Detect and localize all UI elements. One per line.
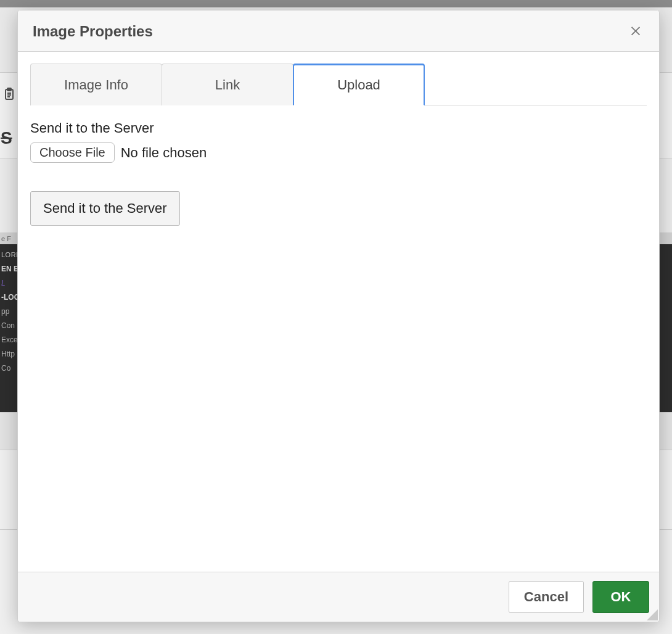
file-status-text: No file chosen bbox=[121, 145, 207, 161]
file-input-row: Choose File No file chosen bbox=[30, 142, 647, 163]
resize-grip-icon[interactable] bbox=[647, 609, 658, 620]
tab-bar: Image Info Link Upload bbox=[30, 63, 647, 105]
tab-label: Link bbox=[215, 77, 240, 93]
close-icon bbox=[629, 23, 642, 39]
tab-upload[interactable]: Upload bbox=[293, 64, 425, 105]
dialog-header: Image Properties bbox=[18, 10, 659, 52]
tab-label: Image Info bbox=[64, 77, 128, 93]
tab-label: Upload bbox=[337, 77, 380, 93]
dialog-footer: Cancel OK bbox=[18, 572, 659, 622]
choose-file-button[interactable]: Choose File bbox=[30, 142, 115, 163]
cancel-button[interactable]: Cancel bbox=[509, 581, 584, 613]
tab-link[interactable]: Link bbox=[162, 64, 293, 105]
dialog-body: Image Info Link Upload Send it to the Se… bbox=[18, 52, 659, 572]
dialog-title: Image Properties bbox=[33, 23, 153, 40]
ok-button[interactable]: OK bbox=[592, 581, 649, 613]
upload-section-label: Send it to the Server bbox=[30, 120, 647, 136]
tab-image-info[interactable]: Image Info bbox=[30, 64, 162, 105]
close-button[interactable] bbox=[627, 23, 644, 40]
image-properties-dialog: Image Properties Image Info Link Upload … bbox=[17, 10, 660, 622]
send-to-server-button[interactable]: Send it to the Server bbox=[30, 191, 180, 226]
